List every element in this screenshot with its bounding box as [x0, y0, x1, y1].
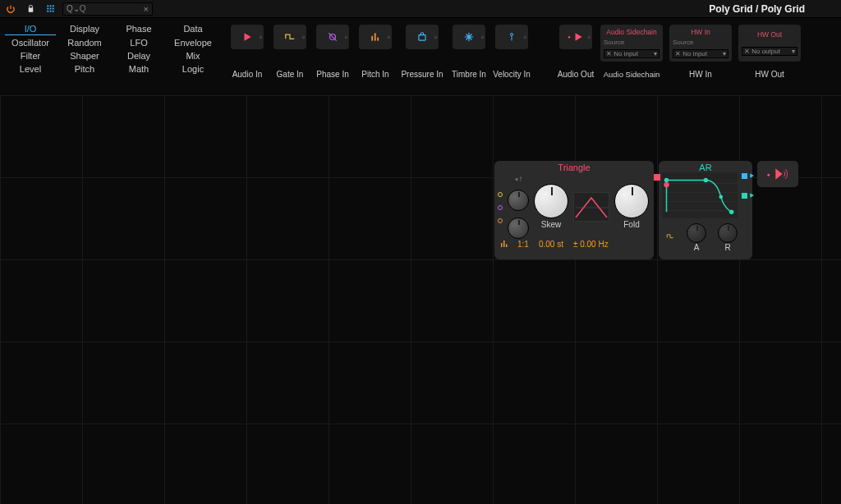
cat-io[interactable]: I/O [5, 23, 56, 35]
hw-box-title: HW In [673, 28, 728, 36]
small-knob-1[interactable] [508, 190, 529, 211]
retrigger-icon[interactable]: ∘↑ [514, 174, 523, 183]
mod-audio-sidechain[interactable]: Audio Sidechain Source ✕ No input▾ Audio… [600, 25, 664, 79]
port-dot[interactable] [498, 205, 503, 210]
svg-rect-17 [506, 245, 508, 248]
arrow-icon [749, 192, 756, 199]
cat-mix[interactable]: Mix [168, 50, 218, 62]
svg-rect-10 [371, 36, 373, 41]
mod-label: HW Out [755, 70, 784, 79]
svg-rect-16 [503, 241, 505, 247]
arrow-icon [749, 172, 756, 179]
release-knob[interactable] [718, 223, 738, 243]
mod-audio-out[interactable]: ● Audio Out [557, 25, 595, 79]
search-input-wrap: Q⌄ × [62, 2, 153, 16]
ratio-readout[interactable]: 1:1 [517, 240, 529, 249]
hw-source-dropdown[interactable]: ✕ No output▾ [742, 47, 797, 56]
port-dot[interactable] [498, 192, 503, 197]
port-dot[interactable] [742, 173, 747, 179]
cat-phase[interactable]: Phase [113, 23, 164, 35]
mod-hw-out[interactable]: HW Out ✕ No output▾ HW Out [738, 25, 802, 79]
bag-icon [416, 31, 428, 43]
cat-data[interactable]: Data [168, 23, 218, 35]
svg-rect-2 [52, 5, 53, 7]
cat-lfo[interactable]: LFO [113, 37, 164, 48]
mod-label: Pitch In [361, 70, 388, 79]
hw-source-label: Source [604, 39, 659, 46]
knob-label: Fold [623, 220, 639, 229]
device-triangle[interactable]: Triangle ∘↑ Skew Fold 1:1 0.00 st ± 0.0 [494, 161, 654, 259]
key-icon [507, 31, 517, 43]
flare-icon [463, 31, 475, 43]
svg-rect-12 [377, 38, 379, 41]
device-ar[interactable]: AR [659, 161, 752, 259]
svg-point-23 [704, 178, 709, 183]
mod-label: Timbre In [452, 70, 486, 79]
svg-rect-4 [49, 8, 51, 10]
close-icon[interactable]: × [144, 4, 149, 14]
svg-rect-13 [419, 35, 425, 40]
cat-display[interactable]: Display [59, 23, 110, 35]
play-icon [241, 31, 253, 43]
cat-delay[interactable]: Delay [113, 50, 164, 62]
svg-rect-8 [52, 11, 53, 12]
mod-pitch-in[interactable]: Pitch In [356, 25, 394, 79]
cat-shaper[interactable]: Shaper [59, 50, 110, 62]
grid-icon[interactable] [43, 2, 57, 16]
mod-velocity-in[interactable]: Velocity In [493, 25, 531, 79]
hw-source-dropdown[interactable]: ✕ No input▾ [673, 49, 728, 58]
knob-label: R [724, 243, 730, 252]
squarewave-icon [665, 232, 675, 241]
envelope-graph[interactable] [662, 172, 738, 218]
port-dot[interactable] [654, 174, 660, 181]
hw-source-dropdown[interactable]: ✕ No input▾ [604, 49, 659, 58]
power-icon[interactable] [3, 2, 18, 16]
cat-filter[interactable]: Filter [5, 50, 56, 62]
bars-icon [370, 31, 381, 43]
mod-audio-in[interactable]: Audio In [228, 25, 266, 79]
semitone-readout[interactable]: 0.00 st [539, 240, 563, 249]
fold-knob[interactable] [614, 184, 649, 218]
mod-label: Audio Out [558, 70, 594, 79]
small-knob-2[interactable] [508, 218, 529, 239]
mod-label: Pressure In [401, 70, 443, 79]
cat-logic[interactable]: Logic [168, 63, 218, 75]
hw-box-title: Audio Sidechain [604, 28, 659, 36]
port-dot[interactable]: ● [766, 172, 770, 177]
attack-knob[interactable] [687, 223, 706, 243]
svg-rect-11 [375, 33, 376, 40]
lock-icon[interactable] [23, 2, 38, 16]
cat-pitch[interactable]: Pitch [59, 63, 110, 75]
svg-point-25 [729, 209, 734, 214]
device-title: Triangle [494, 161, 654, 172]
device-audio-out-mini[interactable]: ● [757, 161, 798, 187]
cat-math[interactable]: Math [113, 63, 164, 75]
phi-icon [327, 31, 338, 43]
cat-random[interactable]: Random [59, 37, 110, 48]
module-palette: Audio In Gate In Phase In Pitch In Press… [223, 20, 807, 80]
svg-rect-3 [47, 8, 48, 10]
port-dot[interactable] [742, 193, 747, 199]
cat-oscillator[interactable]: Oscillator [5, 37, 56, 48]
svg-point-14 [511, 34, 513, 36]
grid-canvas[interactable] [0, 95, 841, 504]
pitch-bars-icon[interactable] [499, 239, 509, 249]
category-grid: I/O Display Phase Data Oscillator Random… [0, 20, 223, 80]
search-input[interactable] [80, 4, 144, 13]
mod-phase-in[interactable]: Phase In [314, 25, 352, 79]
mod-label: Audio In [232, 70, 263, 79]
search-icon: Q⌄ [67, 4, 80, 13]
mod-timbre-in[interactable]: Timbre In [450, 25, 488, 79]
mod-hw-in[interactable]: HW In Source ✕ No input▾ HW In [669, 25, 733, 79]
cat-level[interactable]: Level [5, 63, 56, 75]
hz-readout[interactable]: ± 0.00 Hz [573, 240, 609, 249]
skew-knob[interactable] [534, 184, 568, 218]
mod-pressure-in[interactable]: Pressure In [399, 25, 445, 79]
play-icon [572, 31, 584, 43]
port-dot[interactable] [498, 218, 503, 223]
mod-gate-in[interactable]: Gate In [271, 25, 309, 79]
hw-box-title: HW Out [742, 30, 797, 39]
cat-envelope[interactable]: Envelope [168, 37, 218, 48]
svg-rect-0 [47, 5, 48, 7]
svg-rect-7 [49, 11, 51, 12]
